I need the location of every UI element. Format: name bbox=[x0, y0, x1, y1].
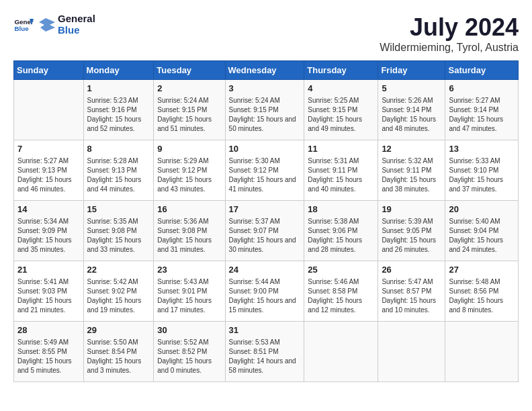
calendar-table: Sunday Monday Tuesday Wednesday Thursday… bbox=[13, 60, 519, 382]
day-number: 27 bbox=[449, 264, 515, 276]
day-info: Sunrise: 5:31 AMSunset: 9:11 PMDaylight:… bbox=[308, 156, 374, 194]
day-number: 7 bbox=[17, 143, 80, 155]
day-number: 10 bbox=[229, 143, 301, 155]
table-cell: 5Sunrise: 5:26 AMSunset: 9:14 PMDaylight… bbox=[378, 80, 445, 140]
day-info: Sunrise: 5:29 AMSunset: 9:12 PMDaylight:… bbox=[157, 156, 221, 194]
day-number: 4 bbox=[308, 83, 374, 95]
day-number: 19 bbox=[382, 203, 441, 216]
day-info: Sunrise: 5:32 AMSunset: 9:11 PMDaylight:… bbox=[382, 156, 441, 194]
col-tuesday: Tuesday bbox=[154, 61, 225, 80]
day-info: Sunrise: 5:30 AMSunset: 9:12 PMDaylight:… bbox=[229, 156, 301, 194]
table-cell: 7Sunrise: 5:27 AMSunset: 9:13 PMDaylight… bbox=[14, 140, 84, 201]
day-info: Sunrise: 5:34 AMSunset: 9:09 PMDaylight:… bbox=[17, 217, 80, 255]
table-cell: 22Sunrise: 5:42 AMSunset: 9:02 PMDayligh… bbox=[83, 261, 154, 322]
calendar-week-row: 21Sunrise: 5:41 AMSunset: 9:03 PMDayligh… bbox=[14, 261, 519, 322]
table-cell: 20Sunrise: 5:40 AMSunset: 9:04 PMDayligh… bbox=[445, 201, 519, 261]
table-cell bbox=[304, 322, 378, 382]
day-info: Sunrise: 5:46 AMSunset: 8:58 PMDaylight:… bbox=[308, 277, 374, 315]
svg-marker-3 bbox=[39, 18, 55, 32]
table-cell: 8Sunrise: 5:28 AMSunset: 9:13 PMDaylight… bbox=[83, 140, 154, 201]
table-cell: 28Sunrise: 5:49 AMSunset: 8:55 PMDayligh… bbox=[14, 322, 84, 382]
table-cell: 29Sunrise: 5:50 AMSunset: 8:54 PMDayligh… bbox=[83, 322, 154, 382]
day-info: Sunrise: 5:41 AMSunset: 9:03 PMDaylight:… bbox=[17, 277, 80, 315]
logo-blue: Blue bbox=[58, 25, 95, 36]
day-info: Sunrise: 5:40 AMSunset: 9:04 PMDaylight:… bbox=[449, 217, 515, 255]
day-number: 26 bbox=[382, 264, 441, 276]
day-number: 2 bbox=[157, 83, 221, 95]
col-friday: Friday bbox=[378, 61, 445, 80]
day-info: Sunrise: 5:52 AMSunset: 8:52 PMDaylight:… bbox=[157, 338, 221, 375]
table-cell: 13Sunrise: 5:33 AMSunset: 9:10 PMDayligh… bbox=[445, 140, 519, 201]
day-number: 3 bbox=[229, 83, 301, 95]
table-cell: 10Sunrise: 5:30 AMSunset: 9:12 PMDayligh… bbox=[225, 140, 304, 201]
table-cell: 2Sunrise: 5:24 AMSunset: 9:15 PMDaylight… bbox=[154, 80, 225, 140]
svg-text:Blue: Blue bbox=[15, 25, 30, 32]
title-block: July 2024 Wildermieming, Tyrol, Austria bbox=[380, 13, 519, 54]
table-cell: 11Sunrise: 5:31 AMSunset: 9:11 PMDayligh… bbox=[304, 140, 378, 201]
table-cell: 27Sunrise: 5:48 AMSunset: 8:56 PMDayligh… bbox=[445, 261, 519, 322]
table-cell: 12Sunrise: 5:32 AMSunset: 9:11 PMDayligh… bbox=[378, 140, 445, 201]
table-cell: 30Sunrise: 5:52 AMSunset: 8:52 PMDayligh… bbox=[154, 322, 225, 382]
table-cell: 16Sunrise: 5:36 AMSunset: 9:08 PMDayligh… bbox=[154, 201, 225, 261]
page-header: General Blue General Blue General Blue J… bbox=[13, 13, 519, 54]
table-cell: 21Sunrise: 5:41 AMSunset: 9:03 PMDayligh… bbox=[14, 261, 84, 322]
table-cell: 15Sunrise: 5:35 AMSunset: 9:08 PMDayligh… bbox=[83, 201, 154, 261]
day-info: Sunrise: 5:48 AMSunset: 8:56 PMDaylight:… bbox=[449, 277, 515, 315]
table-cell: 19Sunrise: 5:39 AMSunset: 9:05 PMDayligh… bbox=[378, 201, 445, 261]
col-sunday: Sunday bbox=[14, 61, 84, 80]
table-cell: 25Sunrise: 5:46 AMSunset: 8:58 PMDayligh… bbox=[304, 261, 378, 322]
day-number: 5 bbox=[382, 83, 441, 95]
day-number: 29 bbox=[87, 324, 150, 336]
day-number: 30 bbox=[157, 324, 221, 336]
table-cell: 3Sunrise: 5:24 AMSunset: 9:15 PMDaylight… bbox=[225, 80, 304, 140]
day-number: 21 bbox=[17, 264, 80, 276]
day-info: Sunrise: 5:50 AMSunset: 8:54 PMDaylight:… bbox=[87, 338, 150, 375]
table-cell: 31Sunrise: 5:53 AMSunset: 8:51 PMDayligh… bbox=[225, 322, 304, 382]
col-saturday: Saturday bbox=[445, 61, 519, 80]
day-number: 18 bbox=[308, 203, 374, 216]
calendar-week-row: 14Sunrise: 5:34 AMSunset: 9:09 PMDayligh… bbox=[14, 201, 519, 261]
day-info: Sunrise: 5:36 AMSunset: 9:08 PMDaylight:… bbox=[157, 217, 221, 255]
day-number: 14 bbox=[17, 203, 80, 216]
table-cell: 9Sunrise: 5:29 AMSunset: 9:12 PMDaylight… bbox=[154, 140, 225, 201]
day-number: 25 bbox=[308, 264, 374, 276]
day-info: Sunrise: 5:39 AMSunset: 9:05 PMDaylight:… bbox=[382, 217, 441, 255]
day-info: Sunrise: 5:23 AMSunset: 9:16 PMDaylight:… bbox=[87, 96, 150, 134]
logo-general: General bbox=[58, 13, 95, 25]
day-number: 24 bbox=[229, 264, 301, 276]
day-number: 16 bbox=[157, 203, 221, 216]
calendar-week-row: 7Sunrise: 5:27 AMSunset: 9:13 PMDaylight… bbox=[14, 140, 519, 201]
table-cell: 26Sunrise: 5:47 AMSunset: 8:57 PMDayligh… bbox=[378, 261, 445, 322]
day-info: Sunrise: 5:53 AMSunset: 8:51 PMDaylight:… bbox=[229, 338, 301, 375]
day-number: 17 bbox=[229, 203, 301, 216]
table-cell bbox=[445, 322, 519, 382]
day-number: 31 bbox=[229, 324, 301, 336]
logo: General Blue General Blue General Blue bbox=[13, 13, 95, 36]
col-thursday: Thursday bbox=[304, 61, 378, 80]
calendar-week-row: 1Sunrise: 5:23 AMSunset: 9:16 PMDaylight… bbox=[14, 80, 519, 140]
day-info: Sunrise: 5:42 AMSunset: 9:02 PMDaylight:… bbox=[87, 277, 150, 315]
day-info: Sunrise: 5:43 AMSunset: 9:01 PMDaylight:… bbox=[157, 277, 221, 315]
day-info: Sunrise: 5:37 AMSunset: 9:07 PMDaylight:… bbox=[229, 217, 301, 255]
col-wednesday: Wednesday bbox=[225, 61, 304, 80]
table-cell: 1Sunrise: 5:23 AMSunset: 9:16 PMDaylight… bbox=[83, 80, 154, 140]
table-cell: 14Sunrise: 5:34 AMSunset: 9:09 PMDayligh… bbox=[14, 201, 84, 261]
day-info: Sunrise: 5:44 AMSunset: 9:00 PMDaylight:… bbox=[229, 277, 301, 315]
day-info: Sunrise: 5:49 AMSunset: 8:55 PMDaylight:… bbox=[17, 338, 80, 375]
table-cell bbox=[14, 80, 84, 140]
day-number: 20 bbox=[449, 203, 515, 216]
day-number: 12 bbox=[382, 143, 441, 155]
day-info: Sunrise: 5:28 AMSunset: 9:13 PMDaylight:… bbox=[87, 156, 150, 194]
logo-bird-icon bbox=[36, 15, 55, 34]
day-info: Sunrise: 5:25 AMSunset: 9:15 PMDaylight:… bbox=[308, 96, 374, 134]
logo-icon: General Blue bbox=[13, 15, 34, 35]
day-info: Sunrise: 5:35 AMSunset: 9:08 PMDaylight:… bbox=[87, 217, 150, 255]
day-info: Sunrise: 5:24 AMSunset: 9:15 PMDaylight:… bbox=[157, 96, 221, 134]
day-number: 9 bbox=[157, 143, 221, 155]
day-info: Sunrise: 5:38 AMSunset: 9:06 PMDaylight:… bbox=[308, 217, 374, 255]
day-number: 28 bbox=[17, 324, 80, 336]
day-info: Sunrise: 5:27 AMSunset: 9:14 PMDaylight:… bbox=[449, 96, 515, 134]
day-info: Sunrise: 5:27 AMSunset: 9:13 PMDaylight:… bbox=[17, 156, 80, 194]
table-cell: 23Sunrise: 5:43 AMSunset: 9:01 PMDayligh… bbox=[154, 261, 225, 322]
day-number: 11 bbox=[308, 143, 374, 155]
